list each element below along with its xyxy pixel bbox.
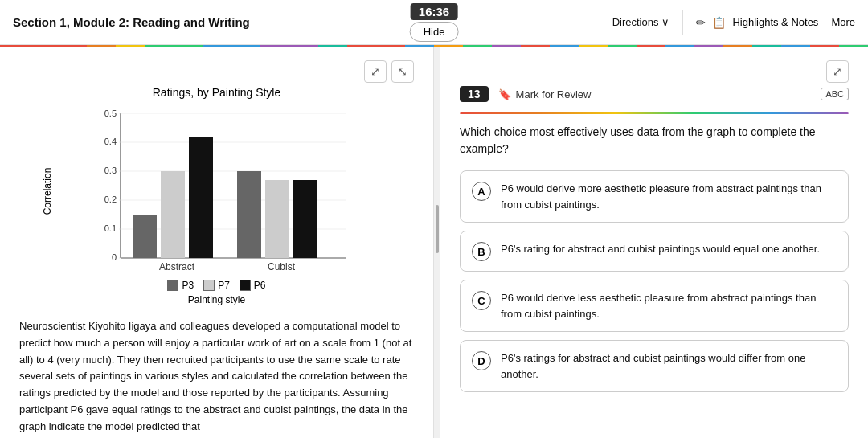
legend-p7-swatch bbox=[203, 280, 215, 291]
svg-rect-14 bbox=[133, 215, 157, 258]
choice-letter-a: A bbox=[472, 182, 491, 201]
legend-p7-label: P7 bbox=[218, 280, 230, 291]
choice-letter-d: D bbox=[472, 351, 491, 370]
chart-legend: P3 P7 P6 bbox=[19, 280, 414, 291]
mark-review-label: Mark for Review bbox=[516, 88, 592, 100]
left-panel: ⤢ ⤡ Ratings, by Painting Style Correlati… bbox=[0, 47, 434, 438]
choice-text-a: P6 would derive more aesthetic pleasure … bbox=[501, 181, 837, 212]
svg-text:0: 0 bbox=[111, 252, 116, 262]
legend-p7: P7 bbox=[203, 280, 230, 291]
legend-p3: P3 bbox=[167, 280, 194, 291]
question-divider bbox=[460, 112, 849, 114]
svg-text:0.2: 0.2 bbox=[104, 194, 116, 204]
highlights-notes-label[interactable]: Highlights & Notes bbox=[732, 16, 818, 28]
chart-svg: 0 0.1 0.2 0.3 0.4 0.5 bbox=[72, 105, 362, 274]
y-axis-label: Correlation bbox=[42, 167, 53, 215]
timer-display: 16:36 bbox=[411, 3, 457, 20]
svg-rect-18 bbox=[265, 180, 289, 258]
pencil-icon: ✏ bbox=[696, 16, 706, 29]
mark-review-button[interactable]: 🔖 Mark for Review bbox=[498, 88, 592, 100]
legend-p3-label: P3 bbox=[182, 280, 194, 291]
svg-text:0.1: 0.1 bbox=[104, 223, 116, 233]
directions-button[interactable]: Directions ∨ bbox=[612, 16, 670, 28]
shrink-left-icon[interactable]: ⤡ bbox=[391, 60, 414, 83]
scroll-thumb[interactable] bbox=[436, 205, 439, 253]
svg-text:0.5: 0.5 bbox=[104, 108, 116, 118]
svg-rect-16 bbox=[189, 137, 213, 258]
answer-choice-d[interactable]: DP6's ratings for abstract and cubist pa… bbox=[460, 340, 849, 392]
question-header: 13 🔖 Mark for Review ABC bbox=[460, 86, 849, 102]
right-panel: ⤢ 13 🔖 Mark for Review ABC Which choice … bbox=[440, 47, 868, 438]
choice-text-d: P6's ratings for abstract and cubist pai… bbox=[501, 350, 837, 382]
top-bar-tools: ✏ 📋 Highlights & Notes bbox=[696, 16, 818, 29]
answer-choices: AP6 would derive more aesthetic pleasure… bbox=[460, 170, 849, 392]
svg-rect-17 bbox=[237, 171, 261, 258]
choice-text-c: P6 would derive less aesthetic pleasure … bbox=[501, 290, 837, 321]
answer-choice-c[interactable]: CP6 would derive less aesthetic pleasure… bbox=[460, 280, 849, 332]
svg-text:Cubist: Cubist bbox=[267, 261, 295, 272]
chevron-down-icon: ∨ bbox=[661, 16, 669, 28]
section-title: Section 1, Module 2: Reading and Writing bbox=[13, 15, 250, 29]
chart-wrapper: Correlation 0 0.1 0.2 0.3 0.4 bbox=[72, 105, 362, 276]
choice-letter-c: C bbox=[472, 291, 491, 310]
hide-button[interactable]: Hide bbox=[410, 22, 459, 42]
top-bar-right: Directions ∨ ✏ 📋 Highlights & Notes More bbox=[612, 10, 855, 35]
svg-text:0.3: 0.3 bbox=[104, 166, 116, 175]
passage-text: Neuroscientist Kiyohito Iigaya and colle… bbox=[19, 318, 414, 436]
main-content: ⤢ ⤡ Ratings, by Painting Style Correlati… bbox=[0, 47, 868, 438]
chart-container: Ratings, by Painting Style Correlation 0… bbox=[19, 86, 414, 305]
svg-rect-19 bbox=[293, 180, 317, 258]
legend-p3-swatch bbox=[167, 280, 178, 291]
chart-title: Ratings, by Painting Style bbox=[19, 86, 414, 99]
abc-icon[interactable]: ABC bbox=[821, 88, 849, 100]
left-panel-icons: ⤢ ⤡ bbox=[19, 60, 414, 83]
question-number: 13 bbox=[460, 86, 489, 102]
legend-p6-label: P6 bbox=[254, 280, 266, 291]
more-label[interactable]: More bbox=[831, 16, 855, 28]
top-bar-left: Section 1, Module 2: Reading and Writing bbox=[13, 15, 250, 29]
divider-line bbox=[682, 10, 683, 35]
answer-choice-a[interactable]: AP6 would derive more aesthetic pleasure… bbox=[460, 170, 849, 223]
top-bar: Section 1, Module 2: Reading and Writing… bbox=[0, 0, 868, 45]
notes-icon: 📋 bbox=[712, 16, 726, 29]
answer-choice-b[interactable]: BP6's rating for abstract and cubist pai… bbox=[460, 231, 849, 272]
bookmark-icon: 🔖 bbox=[498, 88, 511, 100]
question-header-left: 13 🔖 Mark for Review bbox=[460, 86, 592, 102]
svg-text:0.4: 0.4 bbox=[104, 137, 116, 146]
legend-p6: P6 bbox=[240, 280, 266, 291]
choice-letter-b: B bbox=[472, 242, 491, 261]
directions-label: Directions bbox=[612, 16, 659, 28]
legend-p6-swatch bbox=[240, 280, 251, 291]
choice-text-b: P6's rating for abstract and cubist pain… bbox=[501, 241, 820, 257]
right-panel-icons: ⤢ bbox=[460, 60, 849, 83]
x-axis-label: Painting style bbox=[19, 294, 414, 305]
svg-rect-15 bbox=[161, 171, 185, 258]
expand-left-icon[interactable]: ⤢ bbox=[364, 60, 387, 83]
question-prompt: Which choice most effectively uses data … bbox=[460, 124, 849, 158]
top-bar-center: 16:36 Hide bbox=[410, 3, 459, 42]
svg-text:Abstract: Abstract bbox=[158, 261, 194, 272]
expand-right-icon[interactable]: ⤢ bbox=[826, 60, 849, 83]
center-divider bbox=[434, 47, 440, 438]
